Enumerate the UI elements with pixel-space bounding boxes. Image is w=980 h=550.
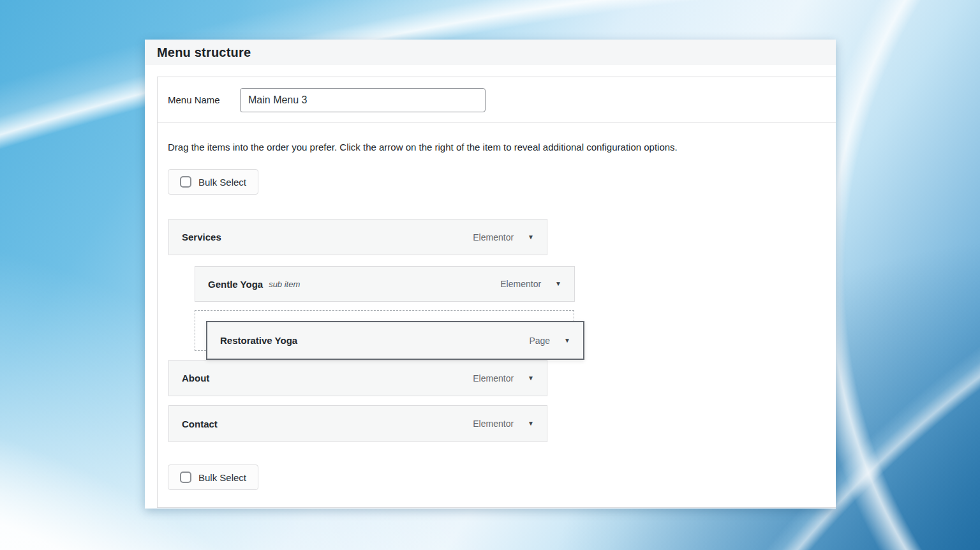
menu-item-gentle-yoga[interactable]: Gentle Yoga sub item Elementor ▼ (195, 266, 575, 302)
panel-title-strip: Menu structure (145, 40, 836, 65)
menu-item-type: Elementor (473, 373, 514, 383)
drag-instructions: Drag the items into the order you prefer… (168, 141, 825, 154)
menu-item-title: Gentle Yoga (208, 279, 263, 290)
chevron-down-icon[interactable]: ▼ (555, 281, 561, 287)
menu-name-row: Menu Name (158, 77, 836, 123)
bulk-select-checkbox-bottom[interactable] (180, 472, 191, 483)
page-title: Menu structure (157, 45, 251, 60)
bulk-select-checkbox-top[interactable] (180, 176, 191, 188)
chevron-down-icon[interactable]: ▼ (564, 338, 570, 344)
menu-edit-form: Menu Name Drag the items into the order … (157, 77, 836, 508)
bulk-select-button-bottom[interactable]: Bulk Select (168, 465, 258, 490)
sub-item-badge: sub item (269, 279, 300, 289)
menu-item-type: Page (529, 336, 550, 346)
chevron-down-icon[interactable]: ▼ (528, 420, 534, 427)
menu-item-title: About (182, 373, 209, 383)
menu-item-type: Elementor (500, 279, 541, 289)
menu-item-about[interactable]: About Elementor ▼ (168, 360, 547, 396)
menu-structure-panel: Menu structure Menu Name Drag the items … (145, 40, 836, 509)
bulk-select-label-bottom: Bulk Select (198, 472, 246, 483)
menu-item-title: Restorative Yoga (220, 335, 297, 346)
menu-name-label: Menu Name (168, 94, 220, 105)
menu-item-restorative-yoga-dragging[interactable]: Restorative Yoga Page ▼ (206, 321, 584, 360)
menu-item-type: Elementor (473, 232, 514, 242)
menu-name-input[interactable] (240, 88, 486, 112)
menu-item-title: Contact (182, 419, 218, 429)
chevron-down-icon[interactable]: ▼ (528, 375, 534, 382)
menu-item-contact[interactable]: Contact Elementor ▼ (168, 405, 547, 442)
bulk-select-label-top: Bulk Select (198, 177, 246, 188)
bulk-select-button-top[interactable]: Bulk Select (168, 169, 258, 195)
chevron-down-icon[interactable]: ▼ (528, 234, 534, 241)
menu-item-type: Elementor (473, 419, 514, 429)
menu-item-title: Services (182, 232, 221, 242)
menu-item-services[interactable]: Services Elementor ▼ (168, 219, 547, 255)
